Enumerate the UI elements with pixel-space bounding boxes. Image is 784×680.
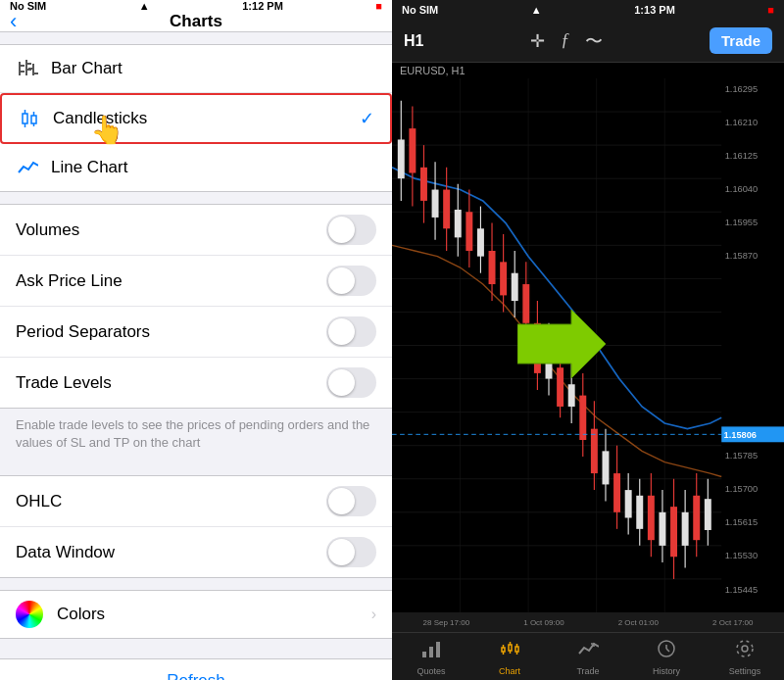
trade-levels-toggle[interactable] bbox=[326, 367, 376, 398]
data-window-toggle[interactable] bbox=[326, 537, 376, 567]
line-chart-label: Line Chart bbox=[51, 158, 376, 177]
left-header: ‹ Charts bbox=[0, 12, 392, 32]
left-status-bar: No SIM ▲ 1:12 PM ■ bbox=[0, 0, 392, 12]
bar-chart-icon bbox=[16, 57, 39, 80]
ohlc-label: OHLC bbox=[16, 492, 326, 511]
svg-point-122 bbox=[737, 641, 753, 656]
time-label-2: 2 Oct 01:00 bbox=[618, 618, 659, 627]
trade-button[interactable]: Trade bbox=[710, 27, 772, 54]
chart-icon bbox=[499, 638, 520, 664]
time-label-0: 28 Sep 17:00 bbox=[423, 618, 470, 627]
period-sep-row[interactable]: Period Separators bbox=[0, 307, 392, 358]
left-wifi-icon: ▲ bbox=[139, 0, 150, 12]
candlesticks-label: Candlesticks bbox=[53, 109, 352, 128]
data-window-label: Data Window bbox=[16, 543, 326, 562]
svg-rect-80 bbox=[648, 496, 655, 540]
svg-text:1.16125: 1.16125 bbox=[725, 151, 758, 161]
ask-price-toggle[interactable] bbox=[326, 266, 376, 296]
left-panel: No SIM ▲ 1:12 PM ■ ‹ Charts bbox=[0, 0, 392, 680]
right-panel: No SIM ▲ 1:13 PM ■ H1 ✛ ƒ 〜 Trade EURUSD… bbox=[392, 0, 784, 680]
chart-area[interactable]: 1.16295 1.16210 1.16125 1.16040 1.15955 … bbox=[392, 78, 784, 612]
function-icon[interactable]: ƒ bbox=[561, 30, 569, 51]
svg-rect-66 bbox=[568, 384, 575, 407]
svg-rect-106 bbox=[422, 652, 426, 657]
svg-rect-46 bbox=[455, 210, 462, 237]
period-sep-label: Period Separators bbox=[16, 322, 326, 342]
nav-item-trade[interactable]: Trade bbox=[549, 638, 627, 676]
colors-section: Colors › bbox=[0, 590, 392, 639]
ohlc-row[interactable]: OHLC bbox=[0, 476, 392, 527]
svg-text:1.15955: 1.15955 bbox=[725, 218, 758, 227]
chart-type-section: Bar Chart Candlesticks ✓ 👆 bbox=[0, 44, 392, 192]
svg-text:1.16210: 1.16210 bbox=[725, 118, 758, 127]
settings-nav-label: Settings bbox=[729, 666, 761, 676]
svg-text:1.15700: 1.15700 bbox=[725, 484, 758, 494]
time-label-1: 1 Oct 09:00 bbox=[523, 618, 564, 627]
svg-rect-74 bbox=[613, 473, 620, 512]
refresh-row[interactable]: Refresh bbox=[0, 659, 392, 680]
volumes-label: Volumes bbox=[16, 220, 326, 240]
svg-text:1.15530: 1.15530 bbox=[725, 552, 758, 561]
right-status-bar: No SIM ▲ 1:13 PM ■ bbox=[392, 0, 784, 20]
time-axis: 28 Sep 17:00 1 Oct 09:00 2 Oct 01:00 2 O… bbox=[392, 612, 784, 632]
chart-info-bar: EURUSD, H1 bbox=[392, 63, 784, 78]
history-icon bbox=[656, 638, 677, 664]
colors-row[interactable]: Colors › bbox=[0, 591, 392, 638]
ohlc-toggle[interactable] bbox=[326, 486, 376, 516]
candlesticks-row[interactable]: Candlesticks ✓ 👆 bbox=[0, 93, 392, 144]
svg-rect-40 bbox=[420, 168, 427, 201]
svg-rect-64 bbox=[557, 367, 564, 407]
settings-icon bbox=[734, 638, 756, 664]
nav-item-quotes[interactable]: Quotes bbox=[392, 638, 470, 676]
svg-rect-84 bbox=[670, 507, 677, 557]
trade-levels-row[interactable]: Trade Levels bbox=[0, 358, 392, 408]
svg-text:1.15445: 1.15445 bbox=[725, 585, 758, 595]
ask-price-row[interactable]: Ask Price Line bbox=[0, 256, 392, 307]
bar-chart-row[interactable]: Bar Chart bbox=[0, 45, 392, 93]
svg-text:1.15806: 1.15806 bbox=[724, 430, 757, 440]
svg-point-121 bbox=[742, 646, 748, 652]
svg-text:1.16040: 1.16040 bbox=[725, 184, 758, 194]
nav-item-chart[interactable]: Chart bbox=[470, 638, 549, 676]
line-chart-icon bbox=[16, 156, 39, 179]
candlesticks-icon bbox=[18, 107, 41, 130]
candlesticks-check: ✓ bbox=[360, 108, 374, 129]
quotes-icon bbox=[420, 638, 442, 664]
bar-chart-label: Bar Chart bbox=[51, 59, 376, 78]
svg-rect-62 bbox=[546, 351, 553, 378]
period-sep-toggle[interactable] bbox=[326, 316, 376, 347]
toggle-section-2: OHLC Data Window bbox=[0, 475, 392, 578]
right-time: 1:13 PM bbox=[634, 4, 675, 16]
data-window-row[interactable]: Data Window bbox=[0, 527, 392, 577]
quotes-nav-label: Quotes bbox=[416, 666, 445, 676]
svg-rect-9 bbox=[23, 114, 27, 123]
line-chart-row[interactable]: Line Chart bbox=[0, 144, 392, 191]
svg-rect-90 bbox=[705, 499, 711, 530]
nav-item-history[interactable]: History bbox=[627, 638, 706, 676]
svg-rect-108 bbox=[436, 642, 440, 657]
svg-rect-12 bbox=[31, 116, 36, 123]
volumes-toggle[interactable] bbox=[326, 215, 376, 245]
svg-rect-86 bbox=[682, 512, 689, 546]
right-header: H1 ✛ ƒ 〜 Trade bbox=[392, 20, 784, 63]
volumes-row[interactable]: Volumes bbox=[0, 205, 392, 256]
svg-rect-109 bbox=[502, 648, 505, 652]
candlestick-chart: 1.16295 1.16210 1.16125 1.16040 1.15955 … bbox=[392, 78, 784, 612]
svg-rect-38 bbox=[409, 128, 416, 172]
back-button[interactable]: ‹ bbox=[10, 9, 17, 34]
svg-rect-112 bbox=[509, 645, 512, 651]
nav-item-settings[interactable]: Settings bbox=[706, 638, 784, 676]
svg-rect-72 bbox=[602, 451, 609, 484]
svg-rect-50 bbox=[477, 228, 484, 256]
colors-label: Colors bbox=[57, 605, 371, 624]
indicator-icon[interactable]: 〜 bbox=[585, 29, 603, 53]
crosshair-icon[interactable]: ✛ bbox=[530, 30, 545, 52]
history-nav-label: History bbox=[653, 666, 680, 676]
left-time: 1:12 PM bbox=[242, 0, 283, 12]
svg-text:1.15615: 1.15615 bbox=[725, 518, 758, 528]
svg-rect-88 bbox=[693, 496, 700, 540]
color-circle-icon bbox=[16, 601, 43, 628]
ask-price-label: Ask Price Line bbox=[16, 271, 326, 291]
svg-rect-68 bbox=[579, 396, 586, 440]
svg-rect-78 bbox=[636, 496, 643, 529]
